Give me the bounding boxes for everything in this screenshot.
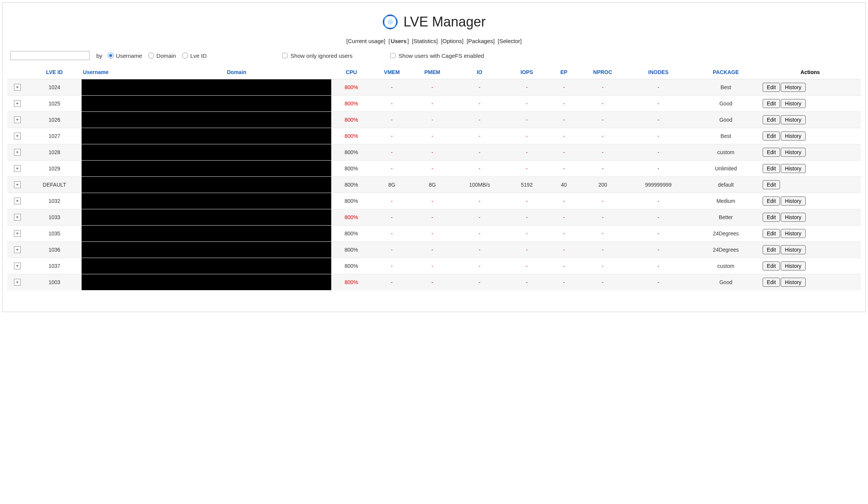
cell-pmem: - <box>412 226 453 242</box>
history-button[interactable]: History <box>781 131 806 141</box>
nav-tab-packages[interactable]: [Packages] <box>466 38 494 44</box>
expand-button[interactable]: + <box>14 198 21 204</box>
radio-username[interactable]: Username <box>108 53 142 59</box>
cell-domain <box>142 128 331 144</box>
cell-vmem: - <box>372 128 412 144</box>
radio-domain[interactable]: Domain <box>148 53 176 59</box>
edit-button[interactable]: Edit <box>763 99 780 108</box>
edit-button[interactable]: Edit <box>763 278 780 287</box>
expand-button[interactable]: + <box>14 181 21 188</box>
redacted-block <box>82 144 142 160</box>
history-button[interactable]: History <box>781 148 806 157</box>
cell-package: Best <box>692 79 760 96</box>
expand-button[interactable]: + <box>14 116 21 123</box>
nav-tab-options[interactable]: [Options] <box>441 38 463 44</box>
redacted-block <box>142 79 331 95</box>
cell-pmem: - <box>412 274 453 291</box>
expand-button[interactable]: + <box>14 214 21 221</box>
edit-button[interactable]: Edit <box>763 164 780 173</box>
nav-tab-users[interactable]: [Users] <box>388 38 409 44</box>
history-button[interactable]: History <box>781 261 806 271</box>
cell-domain <box>142 96 331 112</box>
cell-iops: - <box>507 226 547 242</box>
col-iops[interactable]: IOPS <box>507 65 547 79</box>
col-lve-id[interactable]: LVE ID <box>28 65 82 79</box>
cell-package: custom <box>692 144 760 161</box>
cell-username <box>82 96 142 112</box>
history-button[interactable]: History <box>781 115 806 124</box>
expand-button[interactable]: + <box>14 100 21 107</box>
expand-button[interactable]: + <box>14 149 21 156</box>
nav-tab-statistics[interactable]: [Statistics] <box>412 38 438 44</box>
table-row: +1028800%-------customEditHistory <box>7 144 861 161</box>
cell-iops: - <box>507 112 547 128</box>
cell-username <box>82 128 142 144</box>
expand-button[interactable]: + <box>14 230 21 237</box>
nav-tab-selector[interactable]: [Selector] <box>498 38 522 44</box>
cell-nproc: - <box>581 274 625 291</box>
redacted-block <box>142 242 331 258</box>
checkbox-icon <box>390 53 395 58</box>
edit-button[interactable]: Edit <box>763 180 780 189</box>
expand-button[interactable]: + <box>14 263 21 269</box>
table-row: +1003800%-------GoodEditHistory <box>7 274 861 291</box>
table-header-row: LVE ID Username Domain CPU VMEM PMEM IO … <box>7 65 861 79</box>
radio-lve-id[interactable]: Lve ID <box>182 53 207 59</box>
col-pmem[interactable]: PMEM <box>412 65 453 79</box>
col-ep[interactable]: EP <box>547 65 581 79</box>
nav-tab-current-usage[interactable]: [Current usage] <box>346 38 385 44</box>
history-button[interactable]: History <box>781 196 806 206</box>
cell-iops: - <box>507 193 547 209</box>
cell-domain <box>142 79 331 96</box>
col-io[interactable]: IO <box>453 65 507 79</box>
history-button[interactable]: History <box>781 229 806 238</box>
edit-button[interactable]: Edit <box>763 148 780 157</box>
history-button[interactable]: History <box>781 245 806 254</box>
edit-button[interactable]: Edit <box>763 213 780 222</box>
edit-button[interactable]: Edit <box>763 115 780 124</box>
checkbox-show-ignored[interactable]: Show only ignored users <box>282 53 352 59</box>
history-button[interactable]: History <box>781 99 806 108</box>
cell-io: - <box>453 209 507 226</box>
checkbox-show-cagefs[interactable]: Show users with CageFS enabled <box>390 53 484 59</box>
cell-package: Good <box>692 96 760 112</box>
cell-package: Best <box>692 128 760 144</box>
cell-inodes: - <box>625 209 692 226</box>
expand-button[interactable]: + <box>14 279 21 286</box>
cell-username <box>82 193 142 209</box>
history-button[interactable]: History <box>781 213 806 222</box>
edit-button[interactable]: Edit <box>763 229 780 238</box>
col-nproc[interactable]: NPROC <box>581 65 625 79</box>
expand-button[interactable]: + <box>14 165 21 172</box>
cell-cpu: 800% <box>331 79 372 96</box>
cell-nproc: - <box>581 226 625 242</box>
cell-domain <box>142 144 331 161</box>
col-username[interactable]: Username <box>82 65 142 79</box>
cell-ep: - <box>547 242 581 258</box>
expand-button[interactable]: + <box>14 246 21 253</box>
cell-vmem: - <box>372 144 412 161</box>
edit-button[interactable]: Edit <box>763 83 780 92</box>
cell-cpu: 800% <box>331 242 372 258</box>
cell-io: - <box>453 128 507 144</box>
edit-button[interactable]: Edit <box>763 245 780 254</box>
history-button[interactable]: History <box>781 278 806 287</box>
cell-io: - <box>453 161 507 177</box>
edit-button[interactable]: Edit <box>763 261 780 271</box>
col-vmem[interactable]: VMEM <box>372 65 412 79</box>
history-button[interactable]: History <box>781 83 806 92</box>
cell-actions: EditHistory <box>760 79 861 96</box>
history-button[interactable]: History <box>781 164 806 173</box>
cell-username <box>82 177 142 193</box>
expand-button[interactable]: + <box>14 84 21 91</box>
edit-button[interactable]: Edit <box>763 131 780 141</box>
col-package[interactable]: PACKAGE <box>692 65 760 79</box>
search-input[interactable] <box>10 51 90 60</box>
cell-ep: - <box>547 161 581 177</box>
edit-button[interactable]: Edit <box>763 196 780 206</box>
cell-nproc: - <box>581 112 625 128</box>
col-domain[interactable]: Domain <box>142 65 331 79</box>
expand-button[interactable]: + <box>14 133 21 139</box>
col-cpu[interactable]: CPU <box>331 65 372 79</box>
col-inodes[interactable]: INODES <box>625 65 692 79</box>
